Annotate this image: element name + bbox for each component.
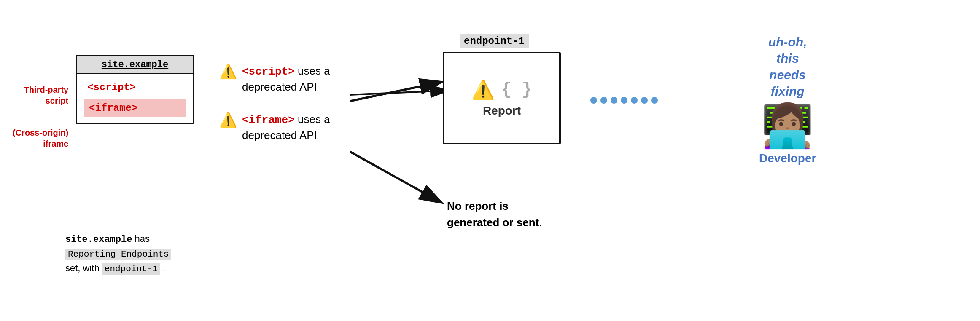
warning-icon-script: ⚠️ (219, 64, 237, 78)
warning-emoji-endpoint: ⚠️ (471, 79, 495, 101)
site-box-header: site.example (77, 56, 193, 74)
report-text: Report (483, 104, 521, 118)
developer-label: Developer (759, 152, 816, 165)
site-header-label: site.example (102, 59, 168, 70)
site-box: site.example <script> <iframe> (76, 55, 194, 124)
bottom-line1: site.example has (65, 232, 171, 246)
site-box-wrapper: site.example <script> <iframe> (76, 55, 194, 124)
dots-line (590, 97, 658, 104)
dot-6 (641, 97, 648, 104)
period: . (163, 263, 165, 273)
endpoint-icons: ⚠️ { } (471, 79, 532, 101)
endpoint-wrapper: endpoint-1 ⚠️ { } Report (443, 34, 561, 144)
dot-7 (651, 97, 658, 104)
svg-line-2 (350, 91, 447, 95)
warning-iframe: ⚠️ <iframe> uses adeprecated API (219, 112, 330, 143)
warning-script: ⚠️ <script> uses adeprecated API (219, 63, 330, 95)
reporting-endpoints-code: Reporting-Endpoints (65, 249, 171, 260)
third-party-label: Third-partyscript (13, 84, 68, 106)
bottom-line3: set, with endpoint-1 . (65, 261, 171, 276)
uh-oh-text: uh-oh,thisneedsfixing (768, 34, 807, 99)
endpoint-1-code: endpoint-1 (102, 263, 160, 275)
script-tag: <script> (84, 80, 186, 95)
script-code-red: <script> (242, 65, 295, 78)
warning-icon-iframe: ⚠️ (219, 112, 237, 127)
warnings-area: ⚠️ <script> uses adeprecated API ⚠️ <ifr… (219, 63, 330, 143)
bottom-text-area: site.example has Reporting-Endpoints set… (65, 232, 171, 276)
dot-4 (621, 97, 627, 104)
dot-3 (611, 97, 617, 104)
dot-2 (600, 97, 607, 104)
set-with-text: set, with (65, 263, 102, 273)
iframe-tag: <iframe> (84, 99, 186, 117)
site-example-code: site.example (65, 234, 132, 245)
endpoint-label: endpoint-1 (460, 34, 529, 48)
diagram-container: Third-partyscript (Cross-origin)iframe s… (0, 0, 980, 321)
bottom-line2: Reporting-Endpoints (65, 246, 171, 261)
dot-5 (631, 97, 638, 104)
dot-1 (590, 97, 597, 104)
warning-text-iframe: <iframe> uses adeprecated API (242, 112, 330, 143)
developer-emoji: 👩🏽‍💻 (761, 104, 814, 147)
left-labels: Third-partyscript (Cross-origin)iframe (13, 84, 68, 149)
json-braces-icon: { } (501, 80, 532, 99)
warning-text-script: <script> uses adeprecated API (242, 63, 330, 95)
iframe-code-red: <iframe> (242, 114, 295, 126)
bottom-has: has (132, 233, 150, 244)
site-box-body: <script> <iframe> (77, 74, 193, 123)
cross-origin-label: (Cross-origin)iframe (13, 127, 68, 149)
endpoint-box: ⚠️ { } Report (443, 52, 561, 144)
no-report-text: No report isgenerated or sent. (447, 198, 542, 231)
developer-area: uh-oh,thisneedsfixing 👩🏽‍💻 Developer (759, 34, 816, 165)
